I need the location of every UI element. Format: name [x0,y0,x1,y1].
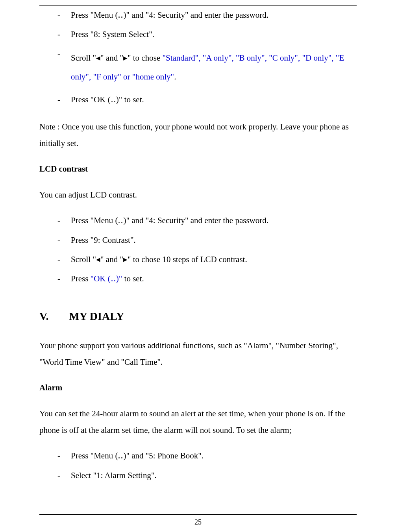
highlighted-ok: "OK (‥)" [91,274,122,283]
list-item-text: Press "8: System Select". [71,30,154,39]
list-item-text: Select "1: Alarm Setting". [71,471,157,480]
system-select-steps: Press "Menu (‥)" and "4: Security" and e… [39,9,357,106]
list-item-text: Scroll "◂" and "▸" to chose 10 steps of … [71,255,247,264]
section-heading-alarm: Alarm [39,382,357,393]
lcd-steps: Press "Menu (‥)" and "4: Security" and e… [39,215,357,285]
bottom-rule [39,514,357,515]
lcd-intro: You can adjust LCD contrast. [39,187,357,203]
page-number: 25 [0,518,396,526]
page-content: Press "Menu (‥)" and "4: Security" and e… [39,9,357,491]
list-item: Scroll "◂" and "▸" to chose "Standard", … [57,48,357,87]
alarm-steps: Press "Menu (‥)" and "5: Phone Book". Se… [39,450,357,481]
list-item: Press "9: Contrast". [57,235,357,246]
list-item: Select "1: Alarm Setting". [57,470,357,481]
list-item: Press "Menu (‥)" and "4: Security" and e… [57,215,357,226]
list-item: Press "OK (‥)" to set. [57,94,357,105]
list-item-text: Scroll "◂" and "▸" to chose "Standard", … [71,53,344,81]
list-item-text: Press "OK (‥)" to set. [71,274,144,283]
chapter-title: MY DIALY [69,308,124,324]
list-item-text: Press "Menu (‥)" and "4: Security" and e… [71,216,268,225]
alarm-intro: You can set the 24-hour alarm to sound a… [39,405,357,438]
alarm-section: Alarm You can set the 24-hour alarm to s… [39,382,357,481]
document-page: Press "Menu (‥)" and "4: Security" and e… [0,0,396,532]
list-item: Scroll "◂" and "▸" to chose 10 steps of … [57,254,357,265]
text-fragment: to set. [122,274,144,283]
list-item: Press "8: System Select". [57,29,357,40]
list-item: Press "OK (‥)" to set. [57,273,357,284]
list-item-text: Press "Menu (‥)" and "5: Phone Book". [71,451,204,460]
top-rule [39,5,357,6]
note-paragraph: Note : Once you use this function, your … [39,118,357,151]
chapter-intro: Your phone support you various additiona… [39,337,357,370]
list-item-text: Press "Menu (‥)" and "4: Security" and e… [71,10,268,20]
chapter-heading: V. MY DIALY [39,308,357,324]
text-fragment: Scroll "◂" and "▸" to chose [71,53,162,63]
text-fragment: . [174,72,176,81]
chapter-number: V. [39,308,67,324]
section-heading-lcd: LCD contrast [39,163,357,175]
list-item: Press "Menu (‥)" and "5: Phone Book". [57,450,357,462]
text-fragment: Press [71,274,91,283]
list-item-text: Press "OK (‥)" to set. [71,95,144,104]
list-item: Press "Menu (‥)" and "4: Security" and e… [57,9,357,21]
list-item-text: Press "9: Contrast". [71,235,136,245]
